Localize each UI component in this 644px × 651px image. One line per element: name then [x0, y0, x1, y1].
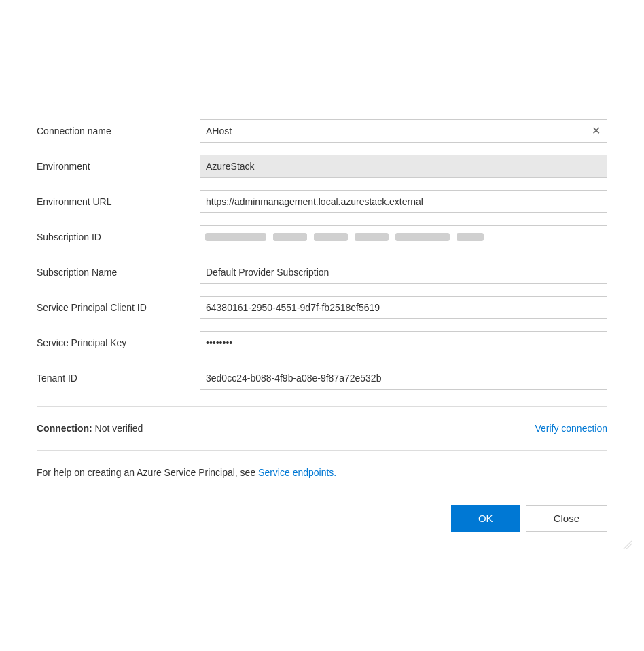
tenant-id-label: Tenant ID	[37, 373, 200, 384]
environment-url-row: Environment URL	[37, 190, 607, 213]
button-row: OK Close	[37, 505, 607, 532]
connection-name-input-wrap: ✕	[200, 119, 607, 143]
divider-1	[37, 406, 607, 407]
tenant-id-input-wrap	[200, 367, 607, 390]
connection-name-input[interactable]	[200, 119, 607, 143]
connection-status-text: Connection: Not verified	[37, 423, 143, 434]
environment-label: Environment	[37, 161, 200, 172]
divider-2	[37, 450, 607, 451]
sp-client-id-input[interactable]	[200, 296, 607, 319]
tenant-id-row: Tenant ID	[37, 367, 607, 390]
sp-key-input-wrap	[200, 331, 607, 354]
subscription-name-input[interactable]	[200, 261, 607, 284]
connection-name-clear-button[interactable]: ✕	[590, 126, 602, 136]
subscription-id-input[interactable]	[200, 225, 607, 248]
corner-decoration	[621, 538, 632, 549]
help-text-prefix: For help on creating an Azure Service Pr…	[37, 467, 258, 478]
connection-name-row: Connection name ✕	[37, 119, 607, 143]
sp-client-id-input-wrap	[200, 296, 607, 319]
environment-row: Environment	[37, 155, 607, 178]
connection-label: Connection:	[37, 423, 92, 434]
svg-line-1	[626, 544, 632, 549]
environment-url-input-wrap	[200, 190, 607, 213]
subscription-id-input-wrap	[200, 225, 607, 248]
verify-connection-link[interactable]: Verify connection	[535, 423, 607, 434]
subscription-name-label: Subscription Name	[37, 267, 200, 278]
sp-client-id-row: Service Principal Client ID	[37, 296, 607, 319]
sp-key-input[interactable]	[200, 331, 607, 354]
subscription-id-label: Subscription ID	[37, 231, 200, 242]
service-endpoints-link[interactable]: Service endpoints.	[258, 467, 336, 478]
environment-url-input[interactable]	[200, 190, 607, 213]
environment-url-label: Environment URL	[37, 196, 200, 207]
environment-input-wrap	[200, 155, 607, 178]
environment-input[interactable]	[200, 155, 607, 178]
subscription-name-row: Subscription Name	[37, 261, 607, 284]
tenant-id-input[interactable]	[200, 367, 607, 390]
subscription-name-input-wrap	[200, 261, 607, 284]
connection-name-label: Connection name	[37, 126, 200, 136]
subscription-id-row: Subscription ID	[37, 225, 607, 248]
sp-key-row: Service Principal Key	[37, 331, 607, 354]
close-button[interactable]: Close	[526, 505, 607, 532]
connection-status-value: Not verified	[95, 423, 143, 434]
help-text: For help on creating an Azure Service Pr…	[37, 467, 607, 478]
connection-status-row: Connection: Not verified Verify connecti…	[37, 423, 607, 434]
sp-key-label: Service Principal Key	[37, 337, 200, 348]
connection-dialog: Connection name ✕ Environment Environmen…	[10, 99, 634, 552]
sp-client-id-label: Service Principal Client ID	[37, 302, 200, 313]
ok-button[interactable]: OK	[451, 505, 520, 532]
